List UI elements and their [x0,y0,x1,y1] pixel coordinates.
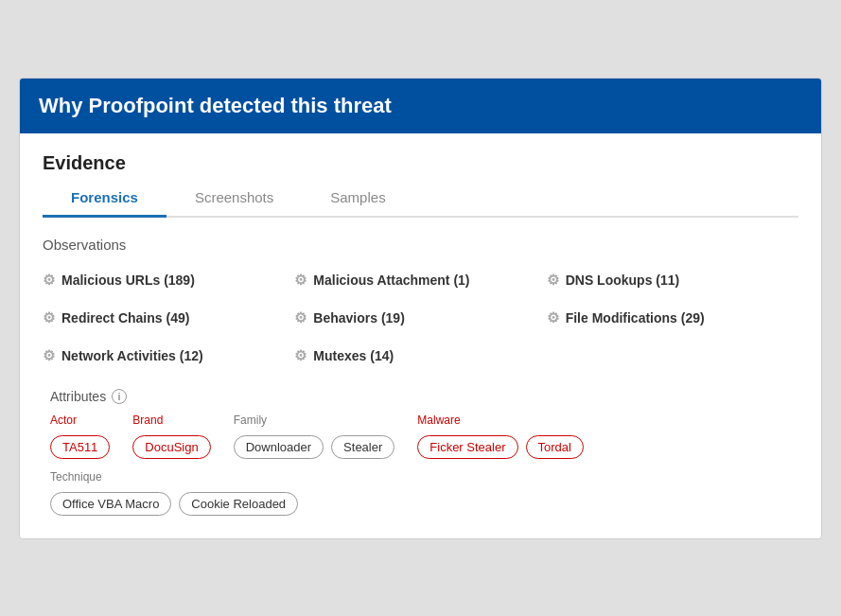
tag-docusign[interactable]: DocuSign [132,435,210,459]
gear-icon: ⚙ [294,347,307,364]
attributes-top-row: Actor TA511 Brand DocuSign Family D [50,414,798,459]
gear-icon: ⚙ [43,272,55,289]
tab-samples[interactable]: Samples [302,180,413,218]
obs-label: File Modifications (29) [566,310,705,326]
tag-stealer[interactable]: Stealer [331,435,394,459]
tag-downloader[interactable]: Downloader [234,435,324,459]
attributes-section: Attributes i Actor TA511 Brand DocuSign [43,389,798,516]
attr-group-malware: Malware Ficker Stealer Tordal [417,414,584,459]
obs-label: DNS Lookups (11) [566,273,680,288]
attr-label-brand: Brand [132,414,210,427]
attr-label-family: Family [234,414,395,427]
tab-screenshots[interactable]: Screenshots [166,180,302,218]
attr-label-malware: Malware [417,414,584,427]
observations-label: Observations [43,237,798,253]
info-icon[interactable]: i [112,389,127,404]
attributes-header: Attributes i [50,389,798,404]
obs-mutexes[interactable]: ⚙ Mutexes (14) [294,342,546,370]
gear-icon: ⚙ [294,309,307,326]
obs-label: Mutexes (14) [313,348,394,363]
attr-label-actor: Actor [50,414,110,427]
obs-redirect-chains[interactable]: ⚙ Redirect Chains (49) [43,304,294,332]
tab-forensics[interactable]: Forensics [43,180,166,218]
attr-group-brand: Brand DocuSign [132,414,210,459]
main-card: Why Proofpoint detected this threat Evid… [19,78,822,539]
attr-tags-actor: TA511 [50,435,110,459]
page-title: Why Proofpoint detected this threat [39,94,802,118]
header-bar: Why Proofpoint detected this threat [20,79,821,133]
obs-label: Malicious Attachment (1) [313,273,469,288]
obs-network-activities[interactable]: ⚙ Network Activities (12) [43,342,294,370]
tabs-bar: Forensics Screenshots Samples [43,180,798,218]
obs-label: Behaviors (19) [313,310,404,326]
observations-grid: ⚙ Malicious URLs (189) ⚙ Malicious Attac… [43,266,798,370]
gear-icon: ⚙ [294,272,307,289]
tag-cookie-reloaded[interactable]: Cookie Reloaded [179,492,298,516]
obs-behaviors[interactable]: ⚙ Behaviors (19) [294,304,546,332]
obs-label: Redirect Chains (49) [61,310,189,326]
evidence-title: Evidence [43,152,798,174]
attr-group-technique: Technique Office VBA Macro Cookie Reload… [50,470,798,516]
obs-label: Malicious URLs (189) [61,273,195,288]
gear-icon: ⚙ [43,309,55,326]
tag-office-vba-macro[interactable]: Office VBA Macro [50,492,171,516]
attr-label-technique: Technique [50,470,798,484]
gear-icon: ⚙ [547,309,559,326]
obs-malicious-attachment[interactable]: ⚙ Malicious Attachment (1) [294,266,546,294]
tag-ficker-stealer[interactable]: Ficker Stealer [417,435,517,459]
tag-ta511[interactable]: TA511 [50,435,110,459]
attr-group-family: Family Downloader Stealer [234,414,395,459]
attributes-label: Attributes [50,389,106,404]
obs-label: Network Activities (12) [61,348,203,363]
attr-tags-family: Downloader Stealer [234,435,395,459]
attr-tags-malware: Ficker Stealer Tordal [417,435,584,459]
attr-tags-technique: Office VBA Macro Cookie Reloaded [50,492,798,516]
gear-icon: ⚙ [547,272,559,289]
attr-tags-brand: DocuSign [132,435,210,459]
gear-icon: ⚙ [43,347,55,364]
tag-tordal[interactable]: Tordal [526,435,584,459]
attr-group-actor: Actor TA511 [50,414,110,459]
card-body: Evidence Forensics Screenshots Samples O… [20,133,821,538]
obs-file-modifications[interactable]: ⚙ File Modifications (29) [547,304,798,332]
obs-malicious-urls[interactable]: ⚙ Malicious URLs (189) [43,266,294,294]
obs-dns-lookups[interactable]: ⚙ DNS Lookups (11) [547,266,798,294]
